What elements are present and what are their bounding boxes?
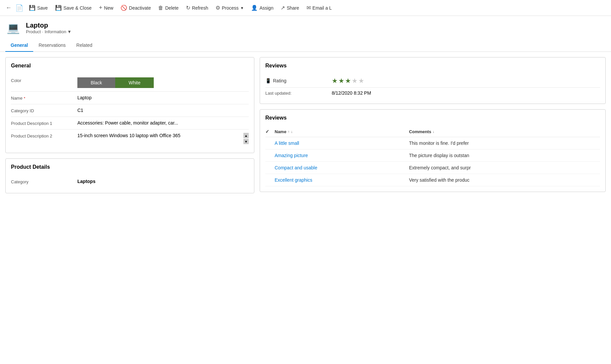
star-5: ★ — [358, 77, 364, 85]
product-details-card: Product Details Category Laptops — [5, 158, 254, 193]
header-checkmark: ✓ — [265, 129, 269, 134]
page-title: Laptop — [26, 22, 71, 29]
star-2: ★ — [338, 77, 344, 85]
rating-label-cell: 📱 Rating — [265, 78, 332, 83]
breadcrumb: Product · Information ▼ — [26, 29, 71, 34]
name-label: Name * — [11, 95, 77, 101]
header-text: Laptop Product · Information ▼ — [26, 22, 71, 34]
th-comments: Comments ↓ — [409, 126, 600, 137]
scroll-down-button[interactable]: ▼ — [243, 139, 249, 144]
category-field-row: Category Laptops — [11, 175, 249, 188]
color-black-button[interactable]: Black — [77, 77, 115, 88]
color-button-group: Black White — [77, 77, 249, 88]
entity-icon: 💻 — [5, 20, 21, 36]
th-checkbox: ✓ — [265, 126, 275, 137]
review-name-cell[interactable]: Excellent graphics — [275, 174, 409, 186]
save-close-button[interactable]: 💾 Save & Close — [52, 3, 95, 13]
new-button[interactable]: + New — [96, 2, 117, 13]
reviews-table-title: Reviews — [265, 115, 600, 121]
color-white-button[interactable]: White — [115, 77, 154, 88]
delete-icon: 🗑 — [158, 5, 163, 11]
star-4: ★ — [352, 77, 358, 85]
save-button[interactable]: 💾 Save — [26, 3, 51, 13]
product-desc-2-label: Product Description 2 — [11, 133, 77, 138]
name-sort-asc-icon[interactable]: ↑ — [288, 130, 290, 134]
table-row: Amazing pictureThe picture display is ou… — [265, 149, 600, 162]
product-desc-2-value-wrapper: 15-inch screen Windows 10 laptop with Of… — [77, 133, 249, 144]
category-id-value: C1 — [77, 108, 249, 113]
review-comment-cell: This monitor is fine. I'd prefer — [409, 137, 600, 149]
process-dropdown-icon: ▼ — [240, 6, 244, 10]
share-button[interactable]: ↗ Share — [277, 3, 302, 13]
tab-reservations[interactable]: Reservations — [33, 40, 71, 52]
left-panel: General Color Black White Name * — [5, 57, 254, 193]
review-comment-cell: The picture display is outstan — [409, 149, 600, 162]
assign-icon: 👤 — [251, 5, 258, 11]
breadcrumb-parent: Product — [26, 29, 41, 34]
required-indicator: * — [24, 96, 25, 100]
color-value: Black White — [77, 77, 249, 88]
product-desc-1-field-row: Product Description 1 Accessories: Power… — [11, 117, 249, 130]
delete-button[interactable]: 🗑 Delete — [155, 3, 182, 13]
breadcrumb-dropdown[interactable]: Information ▼ — [44, 29, 71, 34]
category-value: Laptops — [77, 179, 249, 184]
color-field-row: Color Black White — [11, 74, 249, 92]
back-button[interactable]: ← — [3, 2, 15, 14]
main-content: General Color Black White Name * — [0, 52, 611, 199]
name-sort-desc-icon[interactable]: ↓ — [291, 130, 293, 134]
save-close-icon: 💾 — [55, 5, 62, 11]
assign-button[interactable]: 👤 Assign — [248, 3, 277, 13]
rating-row: 📱 Rating ★ ★ ★ ★ ★ — [265, 74, 600, 87]
review-name-cell[interactable]: A little small — [275, 137, 409, 149]
review-name-cell[interactable]: Compact and usable — [275, 162, 409, 174]
name-value: Laptop — [77, 95, 249, 100]
row-checkbox-cell — [265, 174, 275, 186]
toolbar: ← 📄 💾 Save 💾 Save & Close + New 🚫 Deacti… — [0, 0, 611, 16]
email-icon: ✉ — [306, 5, 311, 11]
product-desc-2-value: 15-inch screen Windows 10 laptop with Of… — [77, 133, 242, 138]
th-name: Name ↑ ↓ — [275, 126, 409, 137]
star-1: ★ — [332, 77, 338, 85]
last-updated-value: 8/12/2020 8:32 PM — [332, 90, 371, 96]
review-name-cell[interactable]: Amazing picture — [275, 149, 409, 162]
category-label: Category — [11, 179, 77, 184]
reviews-table-card: Reviews ✓ Name ↑ ↓ — [260, 109, 606, 192]
review-comment-cell: Extremely compact, and surpr — [409, 162, 600, 174]
category-id-field-row: Category ID C1 — [11, 104, 249, 117]
deactivate-icon: 🚫 — [121, 5, 127, 11]
tabs-bar: General Reservations Related — [0, 40, 611, 52]
last-updated-row: Last updated: 8/12/2020 8:32 PM — [265, 87, 600, 98]
scroll-up-button[interactable]: ▲ — [243, 133, 249, 138]
right-panel: Reviews 📱 Rating ★ ★ ★ ★ ★ Last updated:… — [260, 57, 606, 193]
general-card-title: General — [11, 63, 249, 69]
general-card: General Color Black White Name * — [5, 57, 254, 153]
product-desc-1-label: Product Description 1 — [11, 120, 77, 126]
comments-sort-icon[interactable]: ↓ — [433, 130, 435, 134]
reviews-rating-card: Reviews 📱 Rating ★ ★ ★ ★ ★ Last updated:… — [260, 57, 606, 104]
share-icon: ↗ — [281, 5, 285, 11]
new-icon: + — [99, 4, 103, 11]
table-header-row: ✓ Name ↑ ↓ Comments ↓ — [265, 126, 600, 137]
category-id-label: Category ID — [11, 108, 77, 113]
rating-label: Rating — [273, 78, 286, 83]
last-updated-label: Last updated: — [265, 91, 332, 96]
review-comment-cell: Very satisfied with the produc — [409, 174, 600, 186]
tab-related[interactable]: Related — [71, 40, 98, 52]
breadcrumb-separator: · — [42, 29, 44, 34]
product-details-title: Product Details — [11, 164, 249, 170]
email-button[interactable]: ✉ Email a L — [303, 3, 335, 13]
color-label: Color — [11, 77, 77, 83]
row-checkbox-cell — [265, 137, 275, 149]
table-row: Excellent graphicsVery satisfied with th… — [265, 174, 600, 186]
process-button[interactable]: ⚙ Process ▼ — [212, 3, 247, 13]
star-3: ★ — [345, 77, 351, 85]
deactivate-button[interactable]: 🚫 Deactivate — [117, 3, 154, 13]
rating-icon: 📱 — [265, 78, 271, 83]
row-checkbox-cell — [265, 162, 275, 174]
refresh-button[interactable]: ↻ Refresh — [183, 3, 212, 13]
save-icon: 💾 — [29, 5, 36, 11]
process-icon: ⚙ — [216, 5, 220, 11]
tab-general[interactable]: General — [5, 40, 33, 52]
breadcrumb-chevron-icon: ▼ — [67, 29, 71, 34]
page-icon: 📄 — [15, 4, 24, 12]
